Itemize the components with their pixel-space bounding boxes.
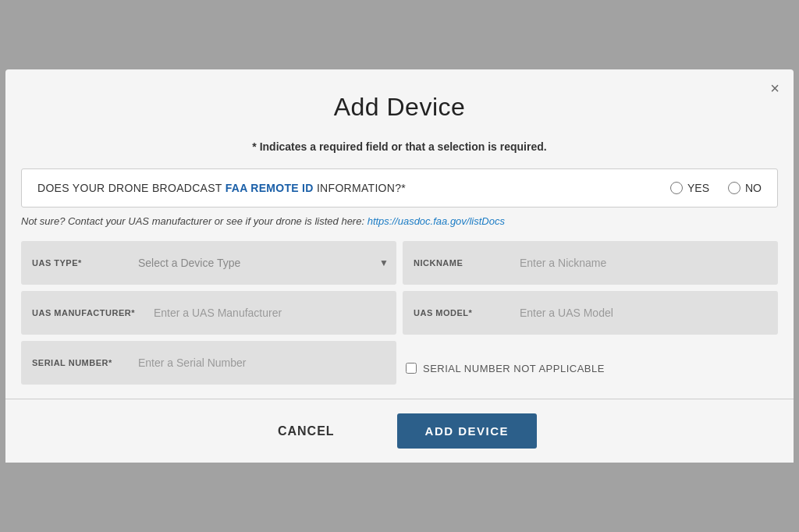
serial-number-label: SERIAL NUMBER* — [21, 358, 130, 367]
remote-id-prefix: DOES YOUR DRONE BROADCAST — [37, 182, 225, 194]
uas-type-select[interactable]: Select a Device TypeFixed WingRotorcraft… — [130, 257, 396, 269]
not-sure-prefix: Not sure? Contact your UAS manufacturer … — [21, 215, 368, 227]
not-sure-link[interactable]: https://uasdoc.faa.gov/listDocs — [368, 215, 505, 227]
no-radio[interactable] — [728, 182, 740, 194]
yes-radio-label[interactable]: YES — [670, 182, 709, 194]
serial-number-input[interactable] — [130, 356, 396, 369]
no-label: NO — [745, 182, 762, 194]
remote-id-section: DOES YOUR DRONE BROADCAST FAA REMOTE ID … — [21, 168, 778, 207]
uas-model-label: UAS MODEL* — [403, 308, 512, 317]
uas-model-input[interactable] — [512, 307, 778, 319]
yes-label: YES — [687, 182, 709, 194]
serial-na-checkbox[interactable] — [406, 363, 417, 374]
modal-footer: CANCEL ADD DEVICE — [5, 399, 794, 463]
serial-number-field: SERIAL NUMBER* — [21, 341, 396, 385]
serial-na-container: SERIAL NUMBER NOT APPLICABLE — [403, 341, 778, 385]
uas-manufacturer-field: UAS MANUFACTURER* — [21, 291, 396, 335]
modal-header: Add Device × — [5, 69, 794, 129]
serial-na-text: SERIAL NUMBER NOT APPLICABLE — [423, 363, 605, 374]
form-row-1: UAS TYPE* Select a Device TypeFixed Wing… — [21, 241, 778, 285]
yes-radio[interactable] — [670, 182, 683, 194]
nickname-label: NICKNAME — [403, 258, 512, 268]
form-row-2: UAS MANUFACTURER* UAS MODEL* — [21, 291, 778, 335]
remote-id-highlight: FAA REMOTE ID — [225, 182, 314, 194]
remote-id-suffix: INFORMATION?* — [314, 182, 406, 194]
uas-type-select-wrapper: Select a Device TypeFixed WingRotorcraft… — [130, 257, 396, 269]
uas-manufacturer-label: UAS MANUFACTURER* — [21, 308, 146, 317]
uas-manufacturer-input[interactable] — [146, 307, 396, 319]
close-button[interactable]: × — [770, 80, 779, 96]
modal-overlay: Add Device × * Indicates a required fiel… — [0, 0, 799, 532]
cancel-button[interactable]: CANCEL — [262, 417, 350, 446]
add-device-button[interactable]: ADD DEVICE — [397, 413, 538, 449]
modal-title: Add Device — [21, 93, 778, 122]
not-sure-text: Not sure? Contact your UAS manufacturer … — [21, 215, 778, 227]
modal-dialog: Add Device × * Indicates a required fiel… — [5, 69, 794, 463]
no-radio-label[interactable]: NO — [728, 182, 762, 194]
modal-body: DOES YOUR DRONE BROADCAST FAA REMOTE ID … — [5, 168, 794, 399]
form-fields: UAS TYPE* Select a Device TypeFixed Wing… — [21, 241, 778, 385]
uas-type-label: UAS TYPE* — [21, 258, 130, 268]
uas-model-field: UAS MODEL* — [403, 291, 778, 335]
remote-id-radio-group: YES NO — [670, 182, 762, 194]
remote-id-question: DOES YOUR DRONE BROADCAST FAA REMOTE ID … — [37, 182, 670, 194]
nickname-input[interactable] — [512, 257, 778, 269]
required-note: * Indicates a required field or that a s… — [5, 129, 794, 168]
uas-type-field: UAS TYPE* Select a Device TypeFixed Wing… — [21, 241, 396, 285]
serial-na-label[interactable]: SERIAL NUMBER NOT APPLICABLE — [406, 363, 605, 374]
form-row-3: SERIAL NUMBER* SERIAL NUMBER NOT APPLICA… — [21, 341, 778, 385]
nickname-field: NICKNAME — [403, 241, 778, 285]
